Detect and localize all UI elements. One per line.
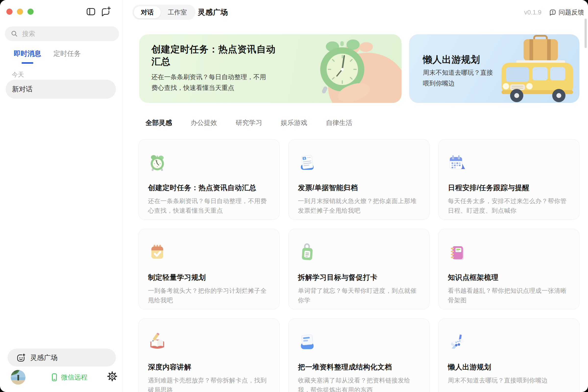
window-controls	[6, 8, 34, 15]
calendar-check-icon	[148, 243, 166, 262]
card-desc: 单词背了就忘？每天帮你盯进度，到点就催你学	[298, 286, 420, 305]
category-tab[interactable]: 全部灵感	[146, 118, 172, 127]
mode-tab[interactable]: 对话	[134, 6, 161, 18]
close-window-button[interactable]	[6, 8, 12, 15]
inspiration-plaza-button[interactable]: 灵感广场	[8, 349, 116, 366]
calendar-icon	[448, 154, 466, 172]
card-title: 日程安排/任务跟踪与提醒	[448, 183, 570, 193]
inspiration-card[interactable]: 懒人出游规划 周末不知道去哪玩？直接喂到你嘴边	[438, 318, 580, 392]
search-input[interactable]	[5, 26, 119, 41]
avatar-beach-photo	[11, 370, 26, 385]
banner-desc: 周末不知道去哪玩？直接喂到你嘴边	[423, 67, 499, 89]
inspiration-card[interactable]: $ 发票/单据智能归档 一到月末报销就火急火燎？把你桌面上那堆发票烂摊子全甩给我…	[288, 139, 430, 220]
sidebar-tab[interactable]: 即时消息	[14, 49, 41, 62]
user-avatar[interactable]	[11, 370, 26, 385]
card-desc: 每天任务太多，安排不过来怎么办？帮你管日程、盯进度、到点喊你	[448, 196, 570, 215]
sidebar-tabs: 即时消息 定时任务	[14, 49, 81, 62]
feedback-bubble-icon	[549, 8, 557, 16]
card-desc: 一到备考就头大？把你的学习计划烂摊子全甩给我吧	[148, 286, 270, 305]
wechat-remote-status[interactable]: 微信远程	[50, 371, 88, 384]
banner-title: 创建定时任务：热点资讯自动汇总	[152, 43, 276, 68]
yellow-travel-bus-illustration	[486, 34, 580, 103]
scrollbar-thumb[interactable]	[584, 18, 587, 48]
card-title: 制定轻量学习规划	[148, 273, 270, 282]
card-title: 知识点框架梳理	[448, 273, 570, 282]
gear-icon	[107, 371, 118, 382]
new-chat-icon	[100, 6, 111, 17]
banner-scheduled-news[interactable]: 创建定时任务：热点资讯自动汇总 还在一条条刷资讯？每日自动整理，不用费心查找，快…	[139, 34, 402, 103]
inspiration-card[interactable]: 把一堆资料整理成结构化文档 收藏夹塞满了却从没看？把资料链接发给我，帮你提炼出有…	[288, 318, 430, 392]
notebook-icon	[448, 243, 466, 262]
app-window: 即时消息 定时任务 今天 新对话 灵感广场	[0, 0, 588, 392]
wechat-remote-label: 微信远程	[61, 373, 88, 382]
main-content: 对话 工作室 灵感广场 v0.1.9 问题反馈	[123, 0, 588, 392]
smiley-sparkle-icon	[16, 352, 26, 363]
tag-icon	[298, 243, 316, 262]
card-desc: 收藏夹塞满了却从没看？把资料链接发给我，帮你提炼出有用的东西	[298, 376, 420, 392]
documents-icon	[298, 333, 316, 352]
phone-icon	[50, 373, 59, 382]
search-field[interactable]	[22, 30, 111, 38]
inspiration-card[interactable]: 制定轻量学习规划 一到备考就头大？把你的学习计划烂摊子全甩给我吧	[138, 229, 280, 310]
card-desc: 还在一条条刷资讯？每日自动整理，不用费心查找，快速看懂当天重点	[148, 196, 270, 215]
book-pencil-icon	[148, 333, 166, 352]
mode-tab[interactable]: 工作室	[161, 6, 194, 18]
new-chat-button[interactable]	[100, 6, 111, 17]
category-tab[interactable]: 娱乐游戏	[281, 118, 307, 127]
inspiration-card-grid: 创建定时任务：热点资讯自动汇总 还在一条条刷资讯？每日自动整理，不用费心查找，快…	[138, 139, 580, 392]
banner-lazy-travel[interactable]: 懒人出游规划 周末不知道去哪玩？直接喂到你嘴边	[409, 34, 580, 103]
card-title: 拆解学习目标与督促打卡	[298, 273, 420, 282]
card-title: 发票/单据智能归档	[298, 183, 420, 193]
sidebar-panel-icon	[85, 6, 96, 17]
app-version: v0.1.9	[524, 8, 542, 16]
card-desc: 一到月末报销就火急火燎？把你桌面上那堆发票烂摊子全甩给我吧	[298, 196, 420, 215]
minimize-window-button[interactable]	[17, 8, 23, 15]
card-desc: 周末不知道去哪玩？直接喂到你嘴边	[448, 376, 570, 385]
category-tab[interactable]: 办公提效	[190, 118, 217, 127]
sidebar: 即时消息 定时任务 今天 新对话 灵感广场	[0, 0, 123, 392]
mode-segmented-control: 对话 工作室	[132, 5, 196, 20]
conversation-list: 新对话	[6, 80, 116, 99]
card-desc: 看书越看越乱？帮你把知识点理成一张清晰骨架图	[448, 286, 570, 305]
toggle-sidebar-button[interactable]	[85, 6, 96, 17]
banner-desc: 还在一条条刷资讯？每日自动整理，不用费心查找，快速看懂当天重点	[152, 72, 268, 93]
inspiration-card[interactable]: 创建定时任务：热点资讯自动汇总 还在一条条刷资讯？每日自动整理，不用费心查找，快…	[138, 139, 280, 220]
category-tab[interactable]: 研究学习	[236, 118, 262, 127]
invoice-icon: $	[298, 154, 316, 172]
page-title-inspiration-plaza[interactable]: 灵感广场	[198, 5, 228, 20]
hand-holding-alarm-clock-illustration	[279, 34, 402, 103]
inspiration-card[interactable]: 拆解学习目标与督促打卡 单词背了就忘？每天帮你盯进度，到点就催你学	[288, 229, 430, 310]
feedback-button[interactable]: 问题反馈	[549, 8, 584, 17]
card-title: 懒人出游规划	[448, 362, 570, 372]
card-title: 把一堆资料整理成结构化文档	[298, 362, 420, 372]
card-desc: 遇到难题卡壳想放弃？帮你拆解卡点，找到破局思路	[148, 376, 270, 392]
banner-title: 懒人出游规划	[423, 54, 526, 66]
feedback-label: 问题反馈	[558, 8, 584, 17]
card-title: 深度内容讲解	[148, 362, 270, 372]
category-tabs: 全部灵感 办公提效 研究学习 娱乐游戏 自律生活	[146, 118, 352, 127]
conversation-date-label: 今天	[12, 70, 24, 79]
inspiration-card[interactable]: 深度内容讲解 遇到难题卡壳想放弃？帮你拆解卡点，找到破局思路	[138, 318, 280, 392]
inspiration-card[interactable]: 日程安排/任务跟踪与提醒 每天任务太多，安排不过来怎么办？帮你管日程、盯进度、到…	[438, 139, 580, 220]
settings-button[interactable]	[106, 371, 118, 382]
search-icon	[10, 30, 18, 38]
alarm-clock-icon	[148, 154, 166, 172]
conversation-item[interactable]: 新对话	[6, 80, 116, 99]
inspiration-plaza-label: 灵感广场	[30, 353, 58, 362]
category-tab[interactable]: 自律生活	[326, 118, 352, 127]
zoom-window-button[interactable]	[28, 8, 34, 15]
sidebar-tab[interactable]: 定时任务	[54, 49, 81, 62]
inspiration-card[interactable]: 知识点框架梳理 看书越看越乱？帮你把知识点理成一张清晰骨架图	[438, 229, 580, 310]
airplane-icon	[448, 333, 466, 352]
card-title: 创建定时任务：热点资讯自动汇总	[148, 183, 270, 193]
